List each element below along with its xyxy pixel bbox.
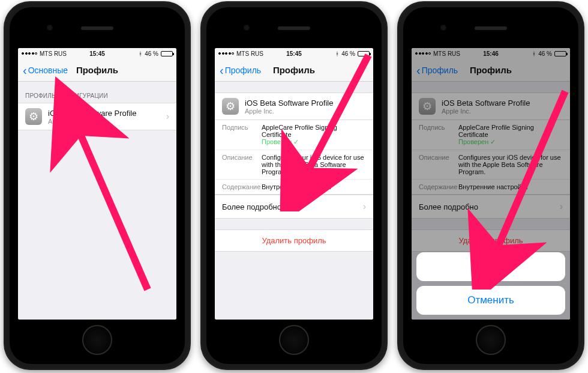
phone-2: MTS RUS 15:45 ᚼ 46 % ‹ Профиль Профиль [200,1,388,370]
page-title: Профиль [215,65,373,75]
row-signature: Подпись AppleCare Profile Signing Certif… [412,120,570,150]
section-header: ПРОФИЛЬ КОНФИГУРАЦИИ [18,82,176,103]
more-details-button[interactable]: Более подробно › [412,195,570,219]
row-signature: Подпись AppleCare Profile Signing Certif… [215,120,373,150]
battery-icon [358,51,370,56]
row-description: Описание Configures your iOS device for … [412,150,570,180]
clock: 15:45 [215,50,373,57]
chevron-right-icon: › [363,201,366,212]
battery-icon [161,51,173,56]
sheet-cancel-button[interactable]: Отменить [416,286,565,315]
phone-camera [47,25,53,31]
status-bar: MTS RUS 15:46 ᚼ 46 % [412,48,570,59]
page-title: Профиль [18,65,176,75]
battery-icon [554,51,566,56]
contents-value: Внутренние настройки [458,183,528,190]
phone-speaker [475,26,507,30]
profile-title: iOS Beta Software Profile [442,99,530,108]
more-label: Более подробно [419,202,478,211]
description-value: Configures your iOS device for use with … [262,154,366,175]
nav-bar: ‹ Профиль Профиль [215,59,373,82]
screen-3: MTS RUS 15:46 ᚼ 46 % ‹ Профиль Профиль [412,48,570,320]
gear-icon: ⚙ [419,98,436,115]
clock: 15:46 [412,50,570,57]
gear-icon: ⚙ [222,98,239,115]
profile-sub: Apple Inc. [48,118,136,125]
chevron-right-icon: › [166,111,169,122]
profile-sub: Apple Inc. [442,108,530,115]
profile-sub: Apple Inc. [245,108,333,115]
screen-2: MTS RUS 15:45 ᚼ 46 % ‹ Профиль Профиль [215,48,373,320]
signature-value: AppleCare Profile Signing Certificate [458,124,534,138]
profile-title: iOS Beta Software Profile [48,109,136,118]
more-details-button[interactable]: Более подробно › [215,195,373,219]
status-bar: MTS RUS 15:45 ᚼ 46 % [18,48,176,59]
home-button[interactable] [82,325,112,355]
signature-value: AppleCare Profile Signing Certificate [262,124,337,138]
profile-title: iOS Beta Software Profile [245,99,333,108]
sheet-delete-button[interactable]: Удалить [416,252,565,281]
phone-camera [244,25,250,31]
phone-3: MTS RUS 15:46 ᚼ 46 % ‹ Профиль Профиль [397,1,584,370]
nav-bar: ‹ Основные Профиль [18,59,176,82]
profile-row[interactable]: ⚙ iOS Beta Software Profile Apple Inc. › [18,103,176,130]
nav-bar: ‹ Профиль Профиль [412,59,570,82]
profile-header-row: ⚙ iOS Beta Software Profile Apple Inc. [412,92,570,120]
phone-camera [440,25,446,31]
screen-1: MTS RUS 15:45 ᚼ 46 % ‹ Основные Профиль … [18,48,176,320]
profile-header-row: ⚙ iOS Beta Software Profile Apple Inc. [215,92,373,120]
chevron-right-icon: › [560,201,563,212]
home-button[interactable] [476,325,506,355]
row-contents: Содержание Внутренние настройки [412,180,570,195]
more-label: Более подробно [222,202,281,211]
verified-label: Проверен ✓ [262,138,299,145]
phone-speaker [81,26,113,30]
verified-label: Проверен ✓ [458,138,496,145]
status-bar: MTS RUS 15:45 ᚼ 46 % [215,48,373,59]
row-contents: Содержание Внутренние настройки [215,180,373,195]
page-title: Профиль [412,65,570,75]
home-button[interactable] [279,325,309,355]
description-value: Configures your iOS device for use with … [458,154,563,175]
delete-profile-button[interactable]: Удалить профиль [215,229,373,252]
phone-1: MTS RUS 15:45 ᚼ 46 % ‹ Основные Профиль … [4,1,191,370]
clock: 15:45 [18,50,176,57]
gear-icon: ⚙ [25,108,42,125]
phone-speaker [278,26,310,30]
row-description: Описание Configures your iOS device for … [215,150,373,180]
contents-value: Внутренние настройки [262,183,331,190]
action-sheet: Удалить Отменить [416,247,565,315]
